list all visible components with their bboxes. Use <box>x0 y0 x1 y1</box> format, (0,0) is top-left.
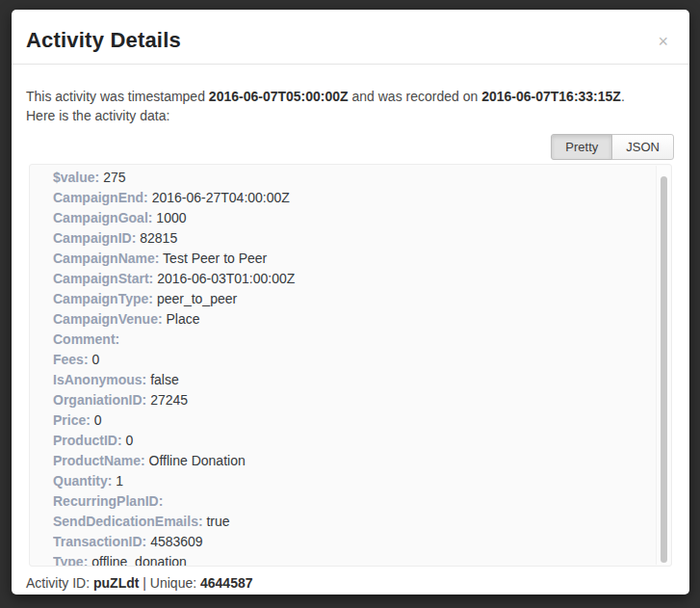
data-key: CampaignGoal: <box>53 210 152 225</box>
tab-row: PrettyJSON <box>26 134 675 160</box>
intro-text: This activity was timestamped 2016-06-07… <box>26 88 675 125</box>
data-key: Type: <box>53 554 88 567</box>
view-toggle-group: PrettyJSON <box>551 134 674 160</box>
data-key: ProductName: <box>53 453 145 468</box>
modal-header: Activity Details × <box>12 10 689 65</box>
data-value: 1 <box>116 473 123 489</box>
tab-pretty[interactable]: Pretty <box>551 134 612 160</box>
data-value: 0 <box>91 352 99 367</box>
data-key: IsAnonymous: <box>53 372 146 387</box>
data-value: true <box>206 514 229 529</box>
data-row: CampaignStart: 2016-06-03T01:00:00Z <box>53 269 642 289</box>
data-row: IsAnonymous: false <box>53 370 642 390</box>
data-row: Comment: <box>53 330 642 350</box>
footer-separator: | Unique: <box>139 575 200 591</box>
data-value: offline_donation <box>91 554 187 567</box>
data-row: RecurringPlanID: <box>53 491 642 512</box>
data-value: 2016-06-27T04:00:00Z <box>152 190 290 205</box>
timestamp-value: 2016-06-07T05:00:00Z <box>209 89 349 104</box>
data-value: Offline Donation <box>149 453 246 468</box>
modal-title: Activity Details <box>26 27 675 54</box>
data-row: CampaignVenue: Place <box>53 309 642 330</box>
data-row: Type: offline_donation <box>53 552 642 567</box>
modal-backdrop: { "modal": { "title": "Activity Details"… <box>0 0 700 608</box>
data-key: Quantity: <box>53 473 112 489</box>
data-row: ProductName: Offline Donation <box>53 451 642 471</box>
data-value: 2016-06-03T01:00:00Z <box>157 271 295 286</box>
data-key: Comment: <box>53 331 119 347</box>
intro-prefix: This activity was timestamped <box>26 89 209 104</box>
intro-suffix: . <box>621 89 625 104</box>
data-row: TransactionID: 4583609 <box>53 532 642 552</box>
data-row: OrganiationID: 27245 <box>53 390 642 410</box>
scrollbar-track[interactable] <box>656 166 670 565</box>
recorded-value: 2016-06-07T16:33:15Z <box>481 89 621 104</box>
activity-id-value: puZLdt <box>93 575 139 591</box>
data-row: CampaignGoal: 1000 <box>53 208 642 228</box>
data-key: CampaignType: <box>53 291 153 306</box>
data-value: 27245 <box>150 392 188 408</box>
data-key: Fees: <box>53 352 89 367</box>
data-row: $value: 275 <box>53 168 642 188</box>
data-value: Place <box>166 311 199 327</box>
data-key: ProductID: <box>53 433 122 448</box>
data-key: CampaignStart: <box>53 271 153 286</box>
data-key: $value: <box>53 170 99 185</box>
activity-data-panel[interactable]: $value: 275CampaignEnd: 2016-06-27T04:00… <box>29 164 672 567</box>
unique-id-value: 4644587 <box>200 575 253 591</box>
data-key: Price: <box>53 412 91 428</box>
data-row: Quantity: 1 <box>53 471 642 491</box>
data-key: CampaignName: <box>53 251 159 266</box>
data-value: false <box>150 372 179 387</box>
data-row: CampaignType: peer_to_peer <box>53 289 642 309</box>
scrollbar-thumb[interactable] <box>661 176 667 563</box>
data-value: peer_to_peer <box>157 291 237 306</box>
data-value: 0 <box>125 433 133 448</box>
activity-data-rows: $value: 275CampaignEnd: 2016-06-27T04:00… <box>30 165 671 567</box>
intro-middle: and was recorded on <box>349 89 482 104</box>
modal-body: This activity was timestamped 2016-06-07… <box>12 65 689 567</box>
data-value: 1000 <box>156 210 186 225</box>
data-row: ProductID: 0 <box>53 431 642 451</box>
data-row: Price: 0 <box>53 410 642 431</box>
intro-line2: Here is the activity data: <box>26 108 169 123</box>
data-key: RecurringPlanID: <box>53 493 163 509</box>
data-key: TransactionID: <box>53 534 146 549</box>
activity-details-modal: Activity Details × This activity was tim… <box>12 10 689 595</box>
data-row: SendDedicationEmails: true <box>53 512 642 532</box>
footer-label: Activity ID: <box>26 575 93 591</box>
data-row: CampaignID: 82815 <box>53 228 642 249</box>
tab-json[interactable]: JSON <box>611 134 674 160</box>
data-value: 82815 <box>140 230 177 246</box>
modal-footer: Activity ID: puZLdt | Unique: 4644587 <box>12 567 689 600</box>
data-row: CampaignName: Test Peer to Peer <box>53 249 642 269</box>
data-key: OrganiationID: <box>53 392 146 408</box>
data-row: CampaignEnd: 2016-06-27T04:00:00Z <box>53 188 642 208</box>
data-value: 0 <box>94 412 102 428</box>
data-key: CampaignEnd: <box>53 190 148 205</box>
close-icon[interactable]: × <box>658 35 668 48</box>
data-value: 275 <box>103 170 125 185</box>
data-key: SendDedicationEmails: <box>53 514 203 529</box>
data-value: 4583609 <box>150 534 203 549</box>
data-key: CampaignID: <box>53 230 136 246</box>
data-value: Test Peer to Peer <box>163 251 267 266</box>
data-key: CampaignVenue: <box>53 311 163 327</box>
data-row: Fees: 0 <box>53 350 642 370</box>
